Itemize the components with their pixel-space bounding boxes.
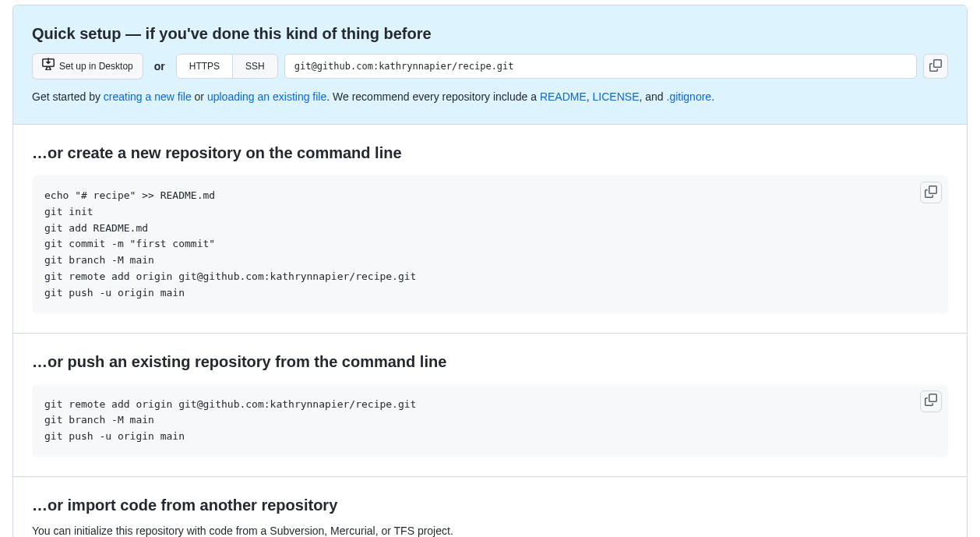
protocol-toggle: HTTPS SSH [176, 54, 278, 79]
repo-setup-container: Quick setup — if you've done this kind o… [12, 5, 968, 537]
setup-desktop-label: Set up in Desktop [59, 58, 133, 74]
link-readme[interactable]: README [540, 90, 587, 103]
link-new-file[interactable]: creating a new file [104, 90, 192, 103]
clone-url-input[interactable] [284, 54, 917, 79]
push-repo-code-wrapper: git remote add origin git@github.com:kat… [32, 384, 948, 458]
link-gitignore[interactable]: .gitignore [667, 90, 712, 103]
import-repo-section: …or import code from another repository … [13, 477, 967, 537]
or-separator: or [154, 58, 165, 75]
copy-icon [925, 185, 937, 200]
copy-icon [925, 394, 937, 408]
setup-desktop-button[interactable]: Set up in Desktop [32, 53, 143, 79]
link-license[interactable]: LICENSE [593, 90, 640, 103]
https-button[interactable]: HTTPS [176, 54, 233, 79]
push-repo-code[interactable]: git remote add origin git@github.com:kat… [32, 384, 948, 458]
import-repo-description: You can initialize this repository with … [32, 523, 948, 537]
create-repo-code-wrapper: echo "# recipe" >> README.md git init gi… [32, 175, 948, 314]
create-repo-section: …or create a new repository on the comma… [13, 125, 967, 334]
push-repo-heading: …or push an existing repository from the… [32, 352, 948, 372]
quick-setup-controls: Set up in Desktop or HTTPS SSH [32, 53, 948, 79]
link-upload-file[interactable]: uploading an existing file [207, 90, 326, 103]
copy-push-code-button[interactable] [920, 390, 942, 412]
quick-setup-section: Quick setup — if you've done this kind o… [13, 5, 967, 125]
desktop-icon [42, 58, 55, 75]
push-repo-section: …or push an existing repository from the… [13, 334, 967, 477]
quick-setup-help: Get started by creating a new file or up… [32, 89, 948, 105]
ssh-button[interactable]: SSH [232, 54, 278, 79]
copy-icon [929, 59, 942, 74]
copy-create-code-button[interactable] [920, 182, 942, 203]
import-repo-heading: …or import code from another repository [32, 496, 948, 515]
copy-url-button[interactable] [923, 54, 948, 79]
quick-setup-heading: Quick setup — if you've done this kind o… [32, 24, 948, 44]
create-repo-code[interactable]: echo "# recipe" >> README.md git init gi… [32, 175, 948, 314]
create-repo-heading: …or create a new repository on the comma… [32, 143, 948, 163]
